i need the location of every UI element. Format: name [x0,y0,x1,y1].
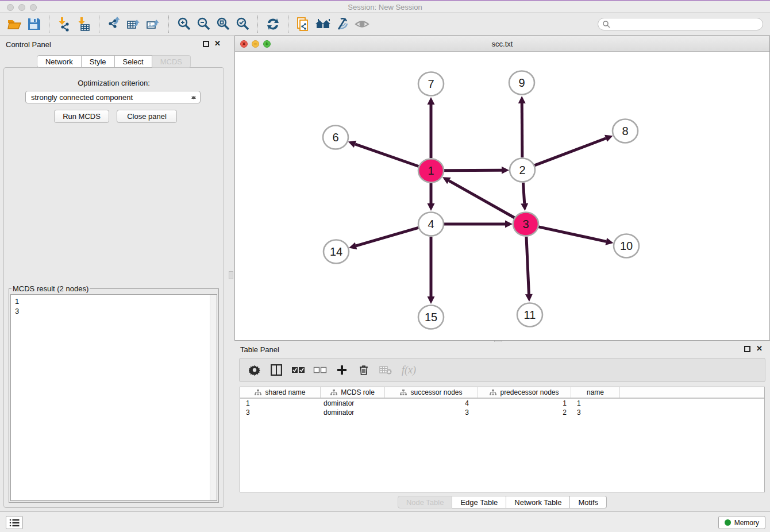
edge-3-11[interactable] [526,237,529,294]
mcds-result-item: 3 [11,306,217,316]
tab-network-table[interactable]: Network Table [506,496,570,508]
edge-arrowhead [605,238,613,245]
table-row[interactable]: 3 dominator 3 2 3 [240,408,764,417]
zoom-fit-icon[interactable] [213,15,233,33]
optimization-criterion-select[interactable]: strongly connected component [25,91,201,103]
edge-arrowhead [505,221,513,228]
control-panel: Control Panel ✕ Network Style Select MCD… [0,36,228,511]
delete-table-icon[interactable] [379,363,392,377]
graph-node-label: 8 [622,125,628,137]
column-header-successor-nodes[interactable]: successor nodes [385,387,478,398]
mcds-panel-content: Optimization criterion: strongly connect… [3,67,224,508]
memory-label: Memory [734,519,759,527]
float-table-panel-icon[interactable] [744,346,750,352]
toolbar-separator [257,16,258,33]
tab-style[interactable]: Style [82,55,115,68]
apply-function-icon[interactable]: f(x) [402,364,416,376]
toolbar-separator [288,16,288,33]
select-stepper-icon [191,93,197,102]
edge-2-8[interactable] [534,138,606,165]
edge-3-10[interactable] [538,227,606,242]
memory-button[interactable]: Memory [718,516,765,529]
home-layout-icon[interactable] [313,15,333,33]
table-panel-tabs: Node Table Edge Table Network Table Moti… [234,496,770,508]
graph-node-label: 9 [518,76,525,89]
mcds-result-item: 1 [11,295,217,306]
mcds-result-title: MCDS result (2 nodes) [11,284,90,293]
column-layout-icon[interactable] [270,363,283,377]
duplicate-network-icon[interactable] [294,15,313,33]
network-view-window: × − + scc.txt 7968124314101511 [234,36,770,341]
column-header-mcds-role[interactable]: MCDS role [321,387,385,398]
delete-column-trash-icon[interactable] [357,363,371,377]
edge-arrowhead [521,203,528,211]
edge-2-3[interactable] [523,183,524,203]
node-table[interactable]: shared name MCDS role successor nodes pr… [240,387,765,492]
control-panel-title: Control Panel [6,40,51,49]
edge-arrowhead [349,242,357,249]
memory-status-icon [725,519,731,526]
tab-motifs[interactable]: Motifs [570,496,607,508]
mcds-result-list[interactable]: 1 3 [10,294,217,501]
graph-node-label: 3 [522,218,529,230]
edge-1-2[interactable] [444,170,502,171]
scrollbar-track[interactable] [210,295,217,500]
network-window-titlebar[interactable]: × − + scc.txt [235,36,769,52]
table-panel-title: Table Panel [240,345,279,354]
import-table-icon[interactable] [74,15,94,33]
edge-arrowhead [428,296,435,304]
edge-arrowhead [428,203,435,211]
add-column-icon[interactable] [335,363,349,377]
window-title-bar: Session: New Session [0,0,770,13]
table-panel: Table Panel ✕ f(x) [234,342,770,511]
tab-select[interactable]: Select [115,55,152,68]
search-field[interactable] [598,18,763,30]
edge-2-9[interactable] [522,103,522,157]
zoom-out-icon[interactable] [194,15,213,33]
graph-node-label: 6 [332,131,338,144]
column-header-shared-name[interactable]: shared name [240,387,321,398]
export-network-icon[interactable] [105,15,124,33]
toggle-graphics-details-icon[interactable] [333,15,352,33]
select-all-checkboxes-icon[interactable] [291,363,305,377]
save-icon[interactable] [24,15,44,33]
edge-1-6[interactable] [355,144,419,167]
tab-network[interactable]: Network [37,55,82,68]
import-network-icon[interactable] [55,15,74,33]
edge-3-1[interactable] [449,181,514,218]
graph-node-label: 15 [425,311,437,323]
graph-node-label: 1 [428,164,434,177]
float-panel-icon[interactable] [203,41,209,47]
table-header-row: shared name MCDS role successor nodes pr… [240,387,764,399]
column-header-name[interactable]: name [571,387,620,398]
table-row[interactable]: 1 dominator 4 1 1 [240,399,764,408]
task-history-button[interactable] [6,516,23,529]
toolbar-separator [99,16,99,33]
run-mcds-button[interactable]: Run MCDS [54,110,109,123]
deselect-all-checkboxes-icon[interactable] [313,363,327,377]
zoom-selected-icon[interactable] [233,15,252,33]
close-table-panel-icon[interactable]: ✕ [756,345,763,353]
zoom-in-icon[interactable] [174,15,194,33]
column-header-predecessor-nodes[interactable]: predecessor nodes [478,387,571,398]
close-panel-icon[interactable]: ✕ [214,40,221,48]
edge-arrowhead [428,97,435,105]
optimization-criterion-value: strongly connected component [31,93,133,102]
tab-mcds[interactable]: MCDS [152,55,191,68]
list-icon [9,519,20,527]
tab-node-table[interactable]: Node Table [398,496,453,508]
status-bar: Memory [0,511,770,532]
show-hide-panel-eye-icon[interactable] [352,15,372,33]
open-folder-icon[interactable] [5,15,24,33]
vertical-splitter-handle[interactable] [229,271,233,279]
edge-4-14[interactable] [356,228,419,246]
search-input[interactable] [610,19,763,29]
export-image-icon[interactable] [144,15,163,33]
close-panel-button[interactable]: Close panel [117,110,177,123]
network-canvas[interactable]: 7968124314101511 [235,52,769,340]
export-table-icon[interactable] [124,15,144,33]
graph-node-label: 10 [620,240,633,252]
refresh-icon[interactable] [263,15,283,33]
tab-edge-table[interactable]: Edge Table [452,496,506,508]
settings-gear-icon[interactable] [248,363,261,377]
